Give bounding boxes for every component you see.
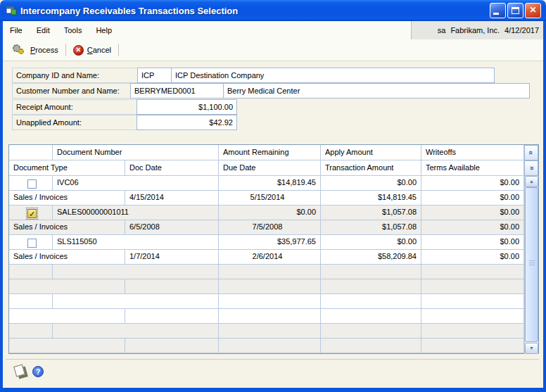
document-type-cell bbox=[9, 339, 125, 353]
document-type-cell bbox=[9, 309, 125, 324]
menu-file[interactable]: File bbox=[3, 23, 30, 37]
toolbar-separator bbox=[118, 44, 119, 56]
receipt-amount-field: $1,100.00 bbox=[136, 99, 237, 115]
company-id-field[interactable]: ICP bbox=[137, 68, 172, 83]
due-date-cell: 7/5/2008 bbox=[219, 220, 321, 235]
gears-icon bbox=[13, 44, 27, 56]
writeoffs-cell: $0.00 bbox=[421, 176, 524, 191]
menu-edit[interactable]: Edit bbox=[30, 23, 57, 37]
apply-amount-cell bbox=[321, 265, 421, 279]
terms-available-cell: $0.00 bbox=[421, 250, 524, 265]
document-number-cell bbox=[53, 324, 219, 339]
checkbox-cell bbox=[9, 235, 53, 250]
transaction-amount-cell bbox=[321, 339, 421, 353]
header-document-type: Document Type bbox=[9, 160, 125, 176]
row-checkbox[interactable] bbox=[27, 239, 37, 248]
terms-available-cell bbox=[421, 339, 524, 353]
transaction-amount-cell bbox=[321, 279, 421, 294]
customer-label: Customer Number and Name: bbox=[12, 83, 131, 99]
amount-remaining-cell: $35,977.65 bbox=[219, 235, 321, 250]
scrollbar-thumb[interactable] bbox=[525, 187, 538, 342]
header-doc-date: Doc Date bbox=[125, 160, 219, 176]
scroll-down-button[interactable]: ▼ bbox=[525, 343, 538, 354]
row-checkbox[interactable]: ✓ bbox=[27, 209, 37, 218]
due-date-cell: 5/15/2014 bbox=[219, 191, 321, 206]
vertical-scrollbar[interactable]: ▲ ▼ bbox=[524, 176, 538, 354]
terms-available-cell: $0.00 bbox=[421, 191, 524, 206]
close-button[interactable]: ✕ bbox=[525, 3, 541, 18]
window-border-left bbox=[0, 20, 3, 392]
minimize-button[interactable] bbox=[490, 3, 506, 18]
apply-amount-cell: $0.00 bbox=[321, 235, 421, 250]
writeoffs-cell bbox=[421, 324, 524, 339]
note-button[interactable] bbox=[14, 365, 31, 380]
process-button[interactable]: Process bbox=[8, 43, 63, 58]
help-button[interactable]: ? bbox=[32, 366, 44, 377]
window-title: Intercompany Receivables Transactions Se… bbox=[20, 6, 238, 16]
close-icon: ✕ bbox=[529, 5, 536, 15]
due-date-cell bbox=[219, 339, 321, 353]
doc-date-cell: 6/5/2008 bbox=[125, 220, 219, 235]
cancel-button[interactable]: ✕ Cancel bbox=[69, 44, 115, 57]
maximize-icon bbox=[512, 7, 519, 14]
status-panel: sa Fabrikam, Inc. 4/12/2017 bbox=[411, 21, 543, 39]
due-date-cell bbox=[219, 279, 321, 294]
writeoffs-cell: $0.00 bbox=[421, 235, 524, 250]
dialog-window: Intercompany Receivables Transactions Se… bbox=[0, 0, 546, 392]
table-row: Sales / Invoices1/7/20142/6/2014$58,209.… bbox=[9, 250, 524, 265]
checkbox-cell bbox=[9, 176, 53, 191]
writeoffs-cell bbox=[421, 265, 524, 279]
customer-number-field[interactable]: BERRYMED0001 bbox=[130, 83, 224, 99]
collapse-rows-button[interactable]: « bbox=[524, 145, 538, 160]
document-number-cell bbox=[53, 294, 219, 309]
table-row bbox=[9, 324, 524, 339]
menu-help[interactable]: Help bbox=[89, 23, 119, 37]
table-row bbox=[9, 265, 524, 279]
header-apply-amount: Apply Amount bbox=[321, 145, 421, 160]
amount-remaining-cell: $14,819.45 bbox=[219, 176, 321, 191]
table-row: ✓SALES00000001011$0.00$1,057.08$0.00 bbox=[9, 206, 524, 220]
document-type-cell bbox=[9, 279, 125, 294]
status-user: sa bbox=[438, 26, 446, 34]
writeoffs-cell bbox=[421, 294, 524, 309]
terms-available-cell: $0.00 bbox=[421, 220, 524, 235]
table-row: Sales / Invoices4/15/20145/15/2014$14,81… bbox=[9, 191, 524, 206]
app-icon bbox=[6, 5, 17, 16]
window-border-bottom bbox=[0, 388, 546, 392]
row-checkbox[interactable] bbox=[27, 179, 37, 189]
menu-bar: File Edit Tools Help sa Fabrikam, Inc. 4… bbox=[3, 21, 543, 39]
customer-name-field: Berry Medical Center bbox=[223, 83, 530, 99]
document-type-cell: Sales / Invoices bbox=[9, 191, 125, 206]
expand-rows-button[interactable]: « bbox=[524, 160, 538, 176]
cancel-x-icon: ✕ bbox=[73, 45, 84, 56]
maximize-button[interactable] bbox=[507, 3, 523, 18]
transaction-amount-cell: $1,057.08 bbox=[321, 220, 421, 235]
document-number-cell: SLS115050 bbox=[53, 235, 219, 250]
apply-amount-cell: $1,057.08 bbox=[321, 206, 421, 220]
terms-available-cell bbox=[421, 279, 524, 294]
minimize-icon bbox=[493, 13, 499, 15]
checkbox-cell: ✓ bbox=[9, 206, 53, 220]
header-due-date: Due Date bbox=[219, 160, 321, 176]
amount-remaining-cell: $0.00 bbox=[219, 206, 321, 220]
table-row bbox=[9, 294, 524, 309]
cancel-label: Cancel bbox=[87, 46, 111, 54]
window-border-right bbox=[543, 20, 546, 392]
transaction-amount-cell bbox=[321, 309, 421, 324]
header-terms-available: Terms Available bbox=[421, 160, 524, 176]
doc-date-cell bbox=[125, 339, 219, 353]
amount-remaining-cell bbox=[219, 265, 321, 279]
company-label: Company ID and Name: bbox=[12, 68, 138, 83]
menu-tools[interactable]: Tools bbox=[57, 23, 89, 37]
doc-date-cell bbox=[125, 309, 219, 324]
process-label: Process bbox=[30, 46, 58, 54]
checkbox-cell bbox=[9, 324, 53, 339]
title-bar[interactable]: Intercompany Receivables Transactions Se… bbox=[0, 0, 546, 21]
header-transaction-amount: Transaction Amount bbox=[321, 160, 421, 176]
apply-amount-cell bbox=[321, 294, 421, 309]
scroll-up-button[interactable]: ▲ bbox=[525, 176, 538, 187]
document-number-cell: IVC06 bbox=[53, 176, 219, 191]
due-date-cell: 2/6/2014 bbox=[219, 250, 321, 265]
transaction-amount-cell: $14,819.45 bbox=[321, 191, 421, 206]
amount-remaining-cell bbox=[219, 294, 321, 309]
